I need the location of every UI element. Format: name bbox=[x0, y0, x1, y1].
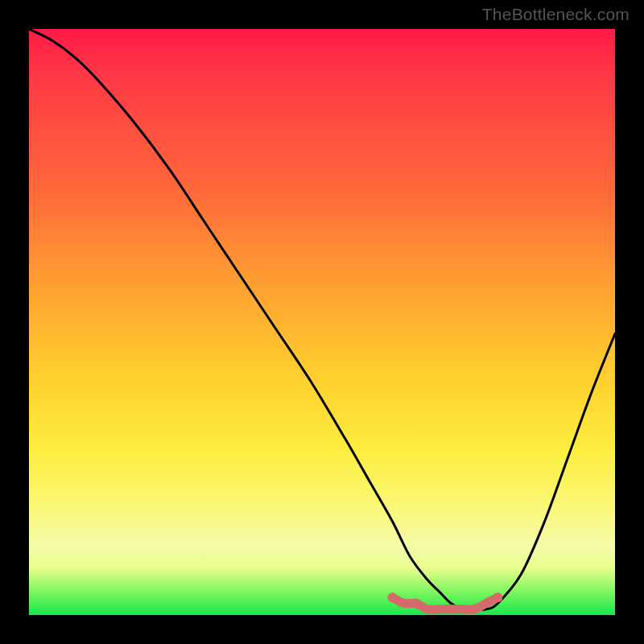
trough-dot bbox=[469, 605, 479, 614]
bottleneck-curve-path bbox=[29, 29, 615, 609]
trough-dot bbox=[387, 592, 397, 602]
chart-frame: TheBottleneck.com bbox=[0, 0, 644, 644]
bottleneck-curve bbox=[29, 29, 615, 609]
trough-dot bbox=[446, 605, 456, 614]
plot-area bbox=[29, 29, 615, 615]
trough-dot bbox=[493, 592, 502, 602]
curve-layer bbox=[29, 29, 615, 615]
watermark-text: TheBottleneck.com bbox=[482, 5, 630, 24]
trough-highlight bbox=[387, 592, 502, 614]
trough-dot bbox=[411, 598, 420, 608]
